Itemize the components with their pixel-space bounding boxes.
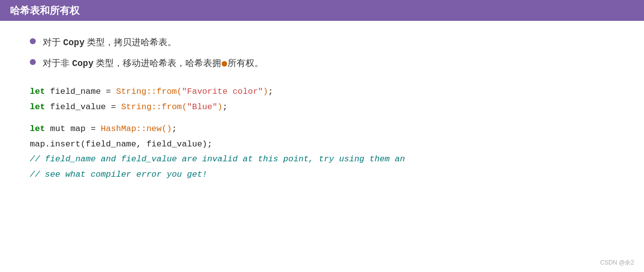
str-blue: "Blue" bbox=[187, 102, 217, 112]
map-insert: map.insert(field_name, field_value); bbox=[30, 139, 212, 149]
code-comment-2: // see what compiler error you get! bbox=[30, 167, 614, 183]
keyword-mut: mut bbox=[45, 124, 71, 134]
bullet-text-2: 对于非 Copy 类型，移动进哈希表，哈希表拥所有权。 bbox=[43, 57, 263, 70]
code-copy-2: Copy bbox=[72, 59, 93, 68]
bullet-dot-1 bbox=[30, 38, 36, 44]
code-comment-1: // field_name and field_value are invali… bbox=[30, 152, 614, 167]
code-line-1: let field_name = String::from("Favorite … bbox=[30, 84, 614, 100]
code-line-3: let mut map = HashMap::new(); bbox=[30, 122, 614, 137]
fn-string-from-2: String::from( bbox=[116, 102, 187, 112]
bullet-text-1: 对于 Copy 类型，拷贝进哈希表。 bbox=[43, 36, 176, 50]
code-copy-1: Copy bbox=[63, 38, 84, 48]
var-field-name: field_name bbox=[45, 87, 106, 96]
var-field-value: field_value bbox=[45, 102, 111, 112]
fn-close-2: ) bbox=[217, 102, 222, 112]
blank-line-1 bbox=[30, 115, 614, 122]
code-line-4: map.insert(field_name, field_value); bbox=[30, 137, 614, 152]
header-bar: 哈希表和所有权 bbox=[0, 0, 644, 21]
code-block: let field_name = String::from("Favorite … bbox=[30, 84, 614, 183]
fn-hashmap-new: HashMap::new() bbox=[96, 124, 172, 134]
op-eq-3: = bbox=[90, 124, 95, 134]
header-title: 哈希表和所有权 bbox=[10, 4, 80, 17]
op-eq-2: = bbox=[111, 102, 116, 112]
fn-close-1: ) bbox=[263, 87, 268, 96]
keyword-let-1: let bbox=[30, 87, 45, 96]
fn-string-from-1: String::from( bbox=[111, 87, 182, 96]
content-area: 对于 Copy 类型，拷贝进哈希表。 对于非 Copy 类型，移动进哈希表，哈希… bbox=[0, 21, 644, 193]
cursor-overlay bbox=[222, 61, 227, 67]
list-item: 对于非 Copy 类型，移动进哈希表，哈希表拥所有权。 bbox=[30, 57, 614, 70]
watermark: CSDN @余2 bbox=[600, 259, 634, 267]
keyword-let-3: let bbox=[30, 124, 45, 134]
semicolon-1: ; bbox=[268, 87, 273, 96]
bullet-list: 对于 Copy 类型，拷贝进哈希表。 对于非 Copy 类型，移动进哈希表，哈希… bbox=[30, 36, 614, 70]
op-eq-1: = bbox=[106, 87, 111, 96]
keyword-let-2: let bbox=[30, 102, 45, 112]
str-favorite-color: "Favorite color" bbox=[182, 87, 263, 96]
semicolon-3: ; bbox=[172, 124, 177, 134]
semicolon-2: ; bbox=[223, 102, 228, 112]
list-item: 对于 Copy 类型，拷贝进哈希表。 bbox=[30, 36, 614, 50]
var-map: map bbox=[71, 124, 91, 134]
code-line-2: let field_value = String::from("Blue"); bbox=[30, 100, 614, 115]
bullet-dot-2 bbox=[30, 59, 36, 65]
